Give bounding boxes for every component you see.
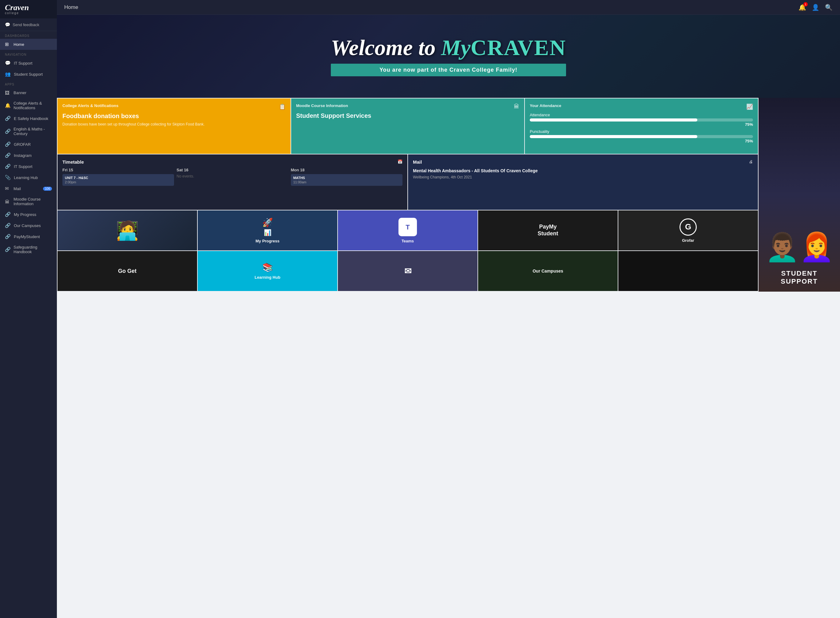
grofar-label: GROFAR — [14, 142, 31, 147]
content-area: Welcome to MyCRAVEN You are now part of … — [57, 15, 840, 618]
teams-app-tile[interactable]: T Teams — [338, 210, 477, 250]
mail-preview: Wellbeing Champions, 4th Oct 2021 — [413, 175, 753, 179]
moodle-label: Moodle Course Information — [13, 197, 52, 206]
sidebar-item-college-alerts[interactable]: 🔔 College Alerts & Notifications — [0, 98, 57, 113]
mail-tile-icon: 🖨 — [749, 159, 753, 164]
sidebar-item-it-support2[interactable]: 🔗 IT Support — [0, 161, 57, 172]
hero-title: Welcome to MyCRAVEN — [331, 37, 566, 59]
college-alerts-tile-icon: 📋 — [279, 103, 286, 110]
logo-main: Craven — [5, 4, 29, 12]
sidebar-item-banner[interactable]: 🖼 Banner — [0, 88, 57, 98]
learning-hub-app-icon: 📚 — [262, 262, 273, 273]
paymystudent-label: PayMyStudent — [14, 235, 40, 239]
topbar-icons: 🔔 1 👤 🔍 — [799, 4, 833, 11]
learning-hub-label: Learning Hub — [14, 175, 38, 180]
it-support-icon: 💬 — [5, 60, 11, 66]
sidebar-item-english-maths[interactable]: 🔗 English & Maths - Century — [0, 124, 57, 139]
sidebar-item-grofar[interactable]: 🔗 GROFAR — [0, 139, 57, 150]
punctuality-bar-fill — [530, 135, 697, 138]
day-fri-label: Fri 15 — [62, 168, 174, 172]
sidebar: Craven college 💬 Send feedback DASHBOARD… — [0, 0, 57, 618]
page-title: Home — [64, 4, 799, 10]
attendance-label: Attendance — [530, 113, 753, 117]
notification-badge: 1 — [803, 2, 808, 6]
sidebar-item-e-safety[interactable]: 🔗 E Safety Handbook — [0, 113, 57, 124]
sidebar-item-mail[interactable]: ✉ Mail 106 — [0, 183, 57, 194]
sidebar-item-it-support[interactable]: 💬 IT Support — [0, 58, 57, 68]
grofar-app-label: Grofar — [682, 238, 694, 243]
feedback-icon: 💬 — [5, 22, 10, 27]
student-support-text: STUDENT SUPPORT — [761, 269, 837, 285]
sidebar-item-home[interactable]: ⊞ Home — [0, 39, 57, 50]
punctuality-pct: 75% — [530, 139, 753, 143]
sidebar-item-my-progress[interactable]: 🔗 My Progress — [0, 209, 57, 220]
person-studying-image: 🧑‍💻 — [116, 220, 139, 242]
welcome-text: Welcome to — [331, 36, 441, 60]
college-alerts-label: College Alerts & Notifications — [13, 101, 52, 110]
profile-icon: 👤 — [812, 4, 819, 11]
tiles-row-2: Timetable 📅 Fri 15 UNIT 7 - H&SC 2:00pm — [58, 154, 758, 210]
grofar-icon: 🔗 — [5, 141, 11, 147]
mail-badge: 106 — [43, 187, 52, 191]
day-sat-label: Sat 16 — [176, 168, 288, 172]
apps-row-2: Go Get 📚 Learning Hub ✉ Our Campuses — [58, 251, 758, 291]
it-support2-icon: 🔗 — [5, 163, 11, 169]
send-feedback-item[interactable]: 💬 Send feedback — [0, 18, 57, 31]
sidebar-item-safeguarding[interactable]: 🔗 Safeguarding Handbook — [0, 242, 57, 257]
main-content-wrapper: College Alerts & Notifications 📋 Foodban… — [57, 98, 840, 292]
moodle-tile: Moodle Course Information 🏛 Student Supp… — [291, 98, 524, 154]
moodle-tile-title: Student Support Services — [296, 112, 519, 119]
my-progress-app-tile[interactable]: 🚀 📊 My Progress — [198, 210, 337, 250]
sidebar-item-instagram[interactable]: 🔗 Instagram — [0, 150, 57, 161]
mail-icon: ✉ — [5, 186, 10, 191]
instagram-label: Instagram — [14, 153, 32, 158]
day-mon-event: MATHS 11:00am — [291, 174, 403, 186]
college-alerts-icon: 🔔 — [5, 103, 10, 108]
mail2-app-tile[interactable]: ✉ — [338, 251, 477, 291]
sidebar-item-learning-hub[interactable]: 📎 Learning Hub — [0, 172, 57, 183]
english-maths-label: English & Maths - Century — [13, 127, 52, 136]
college-alerts-tile-title: Foodbank donation boxes — [62, 113, 286, 120]
instagram-icon: 🔗 — [5, 153, 11, 158]
sidebar-item-moodle[interactable]: 🏛 Moodle Course Information — [0, 194, 57, 209]
my-progress-app-label: My Progress — [255, 239, 280, 243]
moodle-tile-icon: 🏛 — [514, 103, 519, 110]
attendance-tile: Your Attendance 📈 Attendance 75% Punctua… — [525, 98, 758, 154]
apps-section: APPS 🖼 Banner 🔔 College Alerts & Notific… — [0, 80, 57, 257]
my-progress-chart-icon: 📊 — [264, 229, 271, 236]
timetable-day-fri: Fri 15 UNIT 7 - H&SC 2:00pm — [62, 168, 174, 186]
safeguarding-icon: 🔗 — [5, 247, 10, 252]
college-alerts-tile-header: College Alerts & Notifications — [62, 103, 119, 108]
my-progress-app-icon: 🚀 — [262, 217, 273, 228]
home-icon: ⊞ — [5, 42, 10, 47]
students-photo: 👨🏾‍🦱👩‍🦰 — [765, 231, 834, 263]
apps-row-1: 🧑‍💻 🚀 📊 My Progress — [58, 210, 758, 250]
learning-hub-app-tile[interactable]: 📚 Learning Hub — [198, 251, 337, 291]
our-campuses-label: Our Campuses — [14, 223, 41, 228]
profile-button[interactable]: 👤 — [812, 4, 819, 11]
search-button[interactable]: 🔍 — [825, 4, 833, 11]
timetable-day-sat: Sat 16 No events. — [176, 168, 288, 186]
navigation-section-label: NAVIGATION — [0, 50, 57, 58]
paymystudent-app-tile[interactable]: PayMyStudent — [478, 210, 618, 250]
attendance-bar-fill — [530, 119, 697, 122]
sidebar-item-student-support[interactable]: 👥 Student Support — [0, 68, 57, 80]
sidebar-item-paymystudent[interactable]: 🔗 PayMyStudent — [0, 231, 57, 242]
grofar-app-tile[interactable]: G Grofar — [618, 210, 758, 250]
sidebar-item-our-campuses[interactable]: 🔗 Our Campuses — [0, 220, 57, 231]
notification-button[interactable]: 🔔 1 — [799, 4, 806, 11]
feedback-label: Send feedback — [13, 22, 39, 27]
our-campuses-app-tile[interactable]: Our Campuses — [478, 251, 618, 291]
timetable-days: Fri 15 UNIT 7 - H&SC 2:00pm Sat 16 No ev… — [62, 168, 403, 186]
goget-app-tile[interactable]: Go Get — [58, 251, 197, 291]
punctuality-label: Punctuality — [530, 129, 753, 134]
craven-text: CRAVEN — [470, 36, 566, 60]
student-support-icon: 👥 — [5, 71, 11, 77]
mail-subject: Mental Health Ambassadors - All Students… — [413, 168, 753, 173]
moodle-tile-header: Moodle Course Information — [296, 103, 348, 108]
my-progress-icon: 🔗 — [5, 212, 11, 217]
mail-tile-header: Mail — [413, 159, 422, 165]
left-content: College Alerts & Notifications 📋 Foodban… — [57, 98, 759, 292]
navigation-section: NAVIGATION 💬 IT Support 👥 Student Suppor… — [0, 50, 57, 80]
home-label: Home — [13, 42, 24, 47]
